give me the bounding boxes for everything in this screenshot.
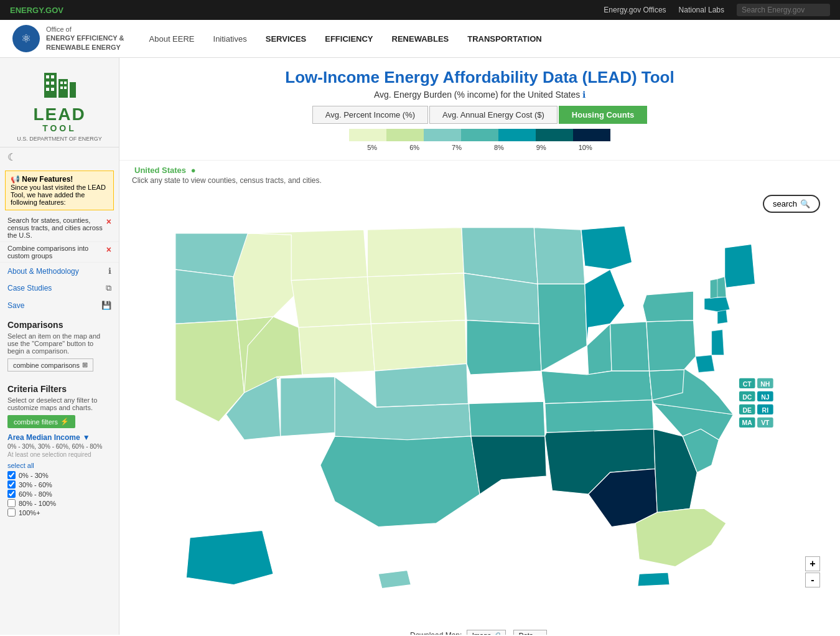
ne-label-ma: MA [742,419,753,426]
close-feature-2[interactable]: × [106,245,111,255]
page-header: Low-Income Energy Affordability Data (LE… [119,58,840,161]
state-oh[interactable] [610,322,650,371]
combine-comparisons-button[interactable]: combine comparisons ⊞ [7,358,93,372]
state-ks[interactable] [375,364,468,408]
state-sd[interactable] [367,273,465,324]
criteria-section: Criteria Filters Select or deselect any … [0,378,119,524]
zoom-out-button[interactable]: - [805,573,820,587]
state-ak[interactable] [186,530,273,584]
checkbox-100plus[interactable]: 100%+ [7,508,111,517]
nav-transportation[interactable]: TRANSPORTATION [467,34,541,44]
state-id[interactable] [233,233,299,320]
legend-bar-3 [424,129,461,141]
state-co[interactable] [299,324,375,375]
subtitle-text: Avg. Energy Burden (% income) for the Un… [374,90,580,100]
state-pr[interactable] [638,573,670,586]
svg-rect-9 [60,82,63,84]
checkbox-0-30[interactable]: 0% - 30% [7,471,111,479]
checkbox-80-100-label: 80% - 100% [19,500,56,507]
nav-initiatives[interactable]: Initiatives [213,34,247,44]
state-tn[interactable] [545,400,654,433]
sidebar-about-link[interactable]: About & Methodology ℹ [0,263,119,279]
checkbox-80-100[interactable]: 80% - 100% [7,499,111,507]
svg-rect-5 [46,82,49,85]
dark-mode-icon[interactable]: ☾ [0,147,119,167]
ami-subtitle: 0% - 30%, 30% - 60%, 60% - 80% [7,443,111,450]
checkbox-0-30-input[interactable] [7,471,16,479]
checkbox-30-60[interactable]: 30% - 60% [7,480,111,489]
state-wy[interactable] [291,277,371,328]
subtitle-info-icon[interactable]: ℹ [582,90,586,100]
sidebar-save-link[interactable]: Save 💾 [0,297,119,314]
site-name[interactable]: ENERGY.GOV [10,6,63,15]
nav-services[interactable]: SERVICES [266,34,307,44]
filter-title-ami[interactable]: Area Median Income ▼ [7,433,111,442]
checkbox-60-80-input[interactable] [7,490,16,498]
state-me[interactable] [725,244,755,288]
nav-renewables[interactable]: RENEWABLES [392,34,449,44]
search-icon: 🔍 [800,199,810,208]
map-container[interactable]: search 🔍 [132,190,828,625]
state-ne[interactable] [371,320,467,372]
labs-link[interactable]: National Labs [679,6,724,14]
state-nd[interactable] [367,228,464,277]
new-features-banner: 📢 New Features! Since you last visited t… [5,171,114,210]
legend-label-9: 9% [536,144,546,151]
save-icon: 💾 [101,301,111,310]
select-all-link[interactable]: select all [7,462,34,469]
checkbox-60-80[interactable]: 60% - 80% [7,490,111,498]
state-md[interactable] [696,355,714,373]
checkbox-100plus-label: 100%+ [19,509,40,517]
map-search-button[interactable]: search 🔍 [763,195,820,213]
state-fl[interactable] [635,508,726,566]
state-ky[interactable] [541,371,652,403]
tab-annual-cost[interactable]: Avg. Annual Energy Cost ($) [429,106,558,124]
state-nm[interactable] [281,376,337,436]
ami-title-text: Area Median Income [7,433,80,442]
sidebar-logo: LEAD TOOL U.S. DEPARTMENT OF ENERGY [0,58,119,147]
zoom-in-button[interactable]: + [805,556,820,571]
svg-rect-10 [64,82,67,84]
state-nj[interactable] [712,330,724,355]
state-or[interactable] [175,269,237,324]
state-pa[interactable] [646,320,696,372]
state-il[interactable] [538,284,587,371]
download-image-button[interactable]: Image 🔗 [467,630,506,635]
checkbox-30-60-input[interactable] [7,480,16,489]
tab-pct-income[interactable]: Avg. Percent Income (%) [312,106,428,124]
data-tabs: Avg. Percent Income (%) Avg. Annual Ener… [132,106,828,124]
state-hi[interactable] [378,570,411,588]
nav-about[interactable]: About EERE [149,34,195,44]
download-data-button[interactable]: Data ☁ [513,630,547,635]
us-map-svg[interactable]: CT NH DC NJ DE RI MA VT [132,190,828,625]
tab-housing-counts[interactable]: Housing Counts [559,106,647,124]
ne-label-dc: DC [742,394,752,401]
offices-link[interactable]: Energy.gov Offices [604,6,666,14]
state-mo[interactable] [467,320,541,375]
state-ma[interactable] [704,297,730,311]
copy-icon: ⧉ [106,283,111,293]
svg-rect-8 [51,88,54,91]
site-nav: About EERE Initiatives SERVICES EFFICIEN… [149,34,542,44]
download-data-text: Data [519,632,533,635]
sidebar-case-studies-link[interactable]: Case Studies ⧉ [0,279,119,297]
close-feature-1[interactable]: × [106,217,111,227]
feature-text-2: Combine comparisons into custom groups [7,245,104,260]
state-la[interactable] [471,436,546,494]
top-search-input[interactable] [737,4,830,16]
feature-text-1: Search for states, counties, census trac… [7,217,104,239]
nav-efficiency[interactable]: EFFICIENCY [325,34,373,44]
ne-label-ri: RI [762,407,769,414]
state-tx[interactable] [320,436,480,527]
checkbox-100plus-input[interactable] [7,508,16,517]
state-ct[interactable] [717,309,727,324]
download-image-icon: 🔗 [493,632,500,635]
legend-bar-1 [349,129,386,141]
state-mi-upper[interactable] [581,226,632,269]
state-ny[interactable] [643,291,694,322]
checkbox-80-100-input[interactable] [7,499,16,507]
combine-filters-button[interactable]: combine filters ⚡ [7,415,75,428]
state-ar[interactable] [469,401,545,436]
state-wi[interactable] [534,228,585,284]
state-in[interactable] [587,324,612,375]
